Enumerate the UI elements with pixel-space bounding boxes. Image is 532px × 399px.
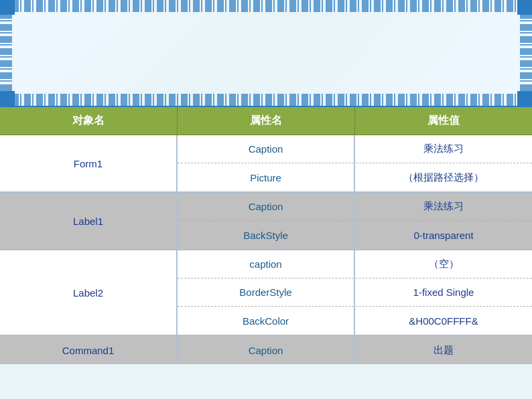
table-body: Form1 Caption 乘法练习 Picture （根据路径选择 [0,135,532,364]
value-backcolor: &H00C0FFFF& [355,307,532,335]
label1-properties: Caption 乘法练习 BackStyle 0-transparent [178,193,532,249]
value-picture: （根据路径选择） [355,163,532,191]
prop-backcolor: BackColor [178,307,355,335]
corner-tr [517,0,532,15]
object-name-label2: Label2 [0,250,178,335]
corner-br [517,91,532,106]
value-backstyle: 0-transparent [355,221,532,249]
properties-table: 对象名 属性名 属性值 Form1 Caption 乘法练习 [0,107,532,364]
command1-properties: Caption 出题 [178,336,532,364]
form1-properties: Caption 乘法练习 Picture （根据路径选择） [178,135,532,191]
object-name-form1: Form1 [0,135,178,191]
right-border-pattern [520,0,532,106]
label1-backstyle-row: BackStyle 0-transparent [178,221,532,249]
prop-caption-command1: Caption [178,336,355,364]
command1-caption-row: Caption 出题 [178,336,532,364]
prop-backstyle: BackStyle [178,221,355,249]
value-caption-label2: （空） [355,250,532,278]
label2-properties: caption （空） BorderStyle 1-fixed Single [178,250,532,335]
corner-tl [0,0,15,15]
prop-caption-label1: Caption [178,193,355,220]
prop-caption: Caption [178,135,355,163]
label2-backcolor-row: BackColor &H00C0FFFF& [178,307,532,335]
label2-caption-row: caption （空） [178,250,532,278]
bottom-border-pattern [0,94,532,106]
prop-picture: Picture [178,163,355,191]
top-border-pattern [0,0,532,12]
table-header: 对象名 属性名 属性值 [0,107,532,135]
form1-picture-row: Picture （根据路径选择） [178,163,532,191]
value-caption-command1: 出题 [355,336,532,364]
label2-borderstyle-row: BorderStyle 1-fixed Single [178,278,532,307]
header-object: 对象名 [0,107,178,135]
header-value: 属性值 [355,107,532,135]
label1-caption-row: Caption 乘法练习 [178,193,532,221]
header-property: 属性名 [178,107,355,135]
table-row: Label2 caption （空） BorderStyle 1-f [0,250,532,336]
value-caption: 乘法练习 [355,135,532,163]
left-border-pattern [0,0,12,106]
table-row: Label1 Caption 乘法练习 BackStyle 0-tr [0,193,532,250]
object-name-label1: Label1 [0,193,178,249]
table-row: Form1 Caption 乘法练习 Picture （根据路径选择 [0,135,532,193]
corner-bl [0,91,15,106]
preview-area [0,0,532,107]
value-borderstyle: 1-fixed Single [355,278,532,306]
value-caption-label1: 乘法练习 [355,193,532,220]
prop-borderstyle: BorderStyle [178,278,355,306]
prop-caption-label2: caption [178,250,355,278]
form1-caption-row: Caption 乘法练习 [178,135,532,163]
table-row: Command1 Caption 出题 [0,336,532,364]
object-name-command1: Command1 [0,336,178,364]
